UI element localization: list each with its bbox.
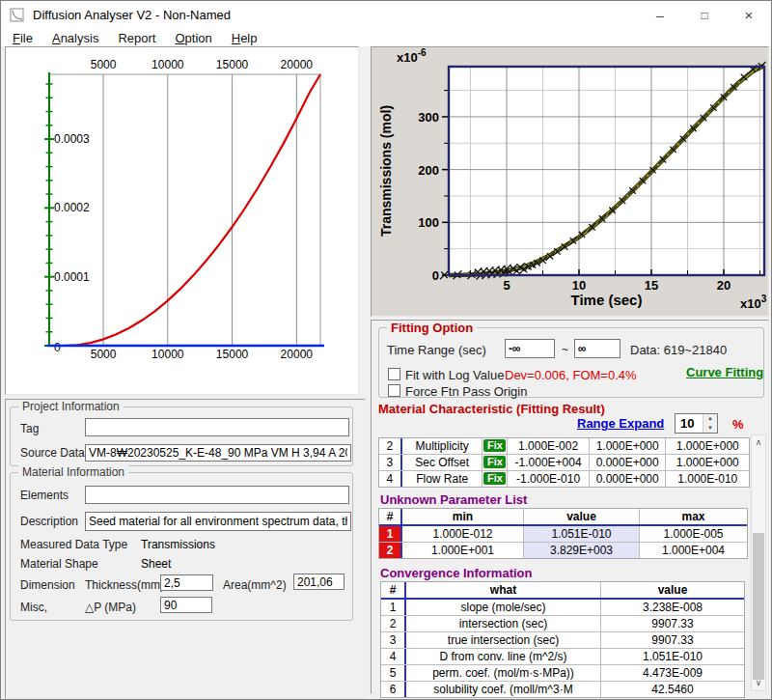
window-title: Diffusion Analyser V2 - Non-Named (33, 1, 231, 30)
source-data-label: Source Data (20, 446, 85, 460)
max-value: 1.000E-005 (640, 526, 747, 542)
spin-down-icon[interactable]: ▼ (703, 424, 717, 434)
param-value-1: -1.000E-010 (508, 471, 590, 487)
row-number: 4 (381, 649, 406, 664)
table-row: 2intersection (sec)9907.33 (381, 616, 744, 632)
table-row: 1slope (mole/sec)3.238E-008 (381, 600, 744, 616)
table-row: 3true intersection (sec)9907.33 (381, 632, 744, 649)
time-range-label: Time Range (sec) (387, 343, 486, 357)
x-tick-label-top: 20000 (281, 58, 314, 71)
menu-report[interactable]: Report (108, 31, 165, 45)
measured-curve (49, 74, 320, 346)
what-cell: perm. coef. (mol/m·s·MPa)) (406, 665, 601, 681)
spin-up-icon[interactable]: ▲ (703, 414, 717, 424)
force-origin-checkbox[interactable] (388, 384, 400, 397)
tag-input[interactable] (85, 418, 349, 436)
row-number[interactable]: 2 (379, 543, 402, 558)
fix-button[interactable]: Fix (483, 456, 506, 468)
row-number: 1 (381, 600, 406, 615)
elements-input[interactable] (85, 486, 349, 504)
what-cell: D from conv. line (m^2/s) (406, 649, 601, 664)
range-expand-spinner[interactable]: 10 ▲ ▼ (675, 413, 718, 434)
x-tick-label: 5 (503, 278, 510, 293)
table-row: 6solubility coef. (moll/m^3·M42.5460 (381, 682, 744, 697)
delta-p-label: △P (MPa) (85, 601, 136, 614)
fix-button[interactable]: Fix (483, 439, 506, 452)
x-axis-label: Time (sec) (571, 292, 643, 308)
fit-value: 3.829E+003 (524, 543, 640, 558)
y-axis-label: Transmissions (mol) (378, 105, 394, 237)
fitting-panel: Fitting Option Time Range (sec) ~ Data: … (371, 320, 769, 694)
menu-analysis[interactable]: Analysis (42, 31, 108, 45)
titlebar: Diffusion Analyser V2 - Non-Named – □ × (1, 1, 771, 30)
y-tick-label: 0 (54, 341, 61, 354)
scrollbar-track[interactable] (752, 450, 765, 676)
fix-button[interactable]: Fix (483, 472, 506, 485)
header-what: what (406, 582, 601, 598)
table-row: 4Flow RateFix-1.000E-0100.000E+0001.000E… (379, 471, 749, 487)
tag-label: Tag (20, 422, 39, 435)
range-expand-value: 10 (676, 414, 703, 433)
y-tick-label: 0.0001 (54, 270, 90, 284)
y-tick-label: 0 (432, 268, 439, 283)
table-row: 3Sec OffsetFix-1.000E+0040.000E+0001.000… (379, 455, 749, 471)
tilde-separator: ~ (562, 343, 568, 356)
info-panel: Project Information Tag Source Data Mate… (5, 399, 366, 699)
param-value-2: 1.000E+000 (590, 438, 667, 454)
menubar: FileAnalysisReportOptionHelp (1, 30, 771, 46)
vertical-scrollbar[interactable]: ∧ ∨ (751, 434, 766, 691)
unknown-parameter-table: #minvaluemax11.000E-0121.051E-0101.000E-… (378, 508, 748, 559)
row-number: 3 (379, 455, 402, 470)
menu-file[interactable]: File (1, 31, 42, 45)
header-min: min (402, 509, 524, 524)
material-shape-label: Material Shape (20, 557, 98, 571)
area-label: Area(mm^2) (223, 578, 287, 592)
scroll-up-icon[interactable]: ∧ (752, 435, 765, 450)
y-tick-label: 100 (418, 215, 439, 230)
fit-log-checkbox[interactable] (388, 368, 400, 380)
fit-value: 1.051E-010 (524, 526, 640, 542)
param-value-1: -1.000E+004 (508, 455, 590, 470)
param-value-1: 1.000E-002 (508, 438, 590, 454)
min-value: 1.000E+001 (402, 543, 524, 558)
material-characteristic-table: 2MultiplicityFix1.000E-0021.000E+0001.00… (378, 437, 750, 488)
menu-help[interactable]: Help (222, 31, 267, 45)
time-range-to-input[interactable] (574, 339, 620, 358)
value-cell: 42.5460 (601, 682, 744, 697)
table-row: 4D from conv. line (m^2/s)1.051E-010 (381, 649, 744, 665)
header-value: value (601, 582, 744, 598)
close-icon[interactable]: × (727, 1, 771, 30)
delta-p-input[interactable] (160, 597, 212, 613)
measured-data-type-value: Transmissions (141, 538, 215, 551)
data-range-label: Data: 619~21840 (630, 343, 727, 357)
time-range-from-input[interactable] (505, 339, 555, 358)
max-value: 1.000E+004 (640, 543, 747, 558)
curve-fitting-link[interactable]: Curve Fitting (686, 365, 763, 379)
fitting-chart-panel: 01002003005101520Time (sec)x103x10-6Tran… (371, 46, 769, 317)
measured-data-type-label: Measured Data Type (20, 538, 127, 551)
thickness-input[interactable] (160, 574, 213, 591)
range-expand-link[interactable]: Range Expand (577, 416, 664, 431)
minimize-icon[interactable]: – (638, 1, 682, 30)
fitting-chart: 01002003005101520Time (sec)x103x10-6Tran… (372, 47, 768, 316)
maximize-icon[interactable]: □ (682, 1, 727, 30)
description-input[interactable] (85, 512, 351, 531)
value-cell: 1.051E-010 (601, 649, 744, 664)
row-number: 4 (379, 471, 402, 487)
header-num: # (381, 582, 406, 598)
header-max: max (640, 509, 747, 524)
what-cell: slope (mole/sec) (406, 600, 601, 615)
x-tick-label-top: 10000 (152, 58, 184, 71)
y-tick-label: 0.0002 (54, 201, 90, 214)
area-input[interactable] (293, 574, 345, 590)
dimension-label: Dimension (20, 578, 75, 592)
material-shape-value: Sheet (141, 557, 171, 571)
scrollbar-thumb[interactable] (753, 533, 764, 680)
source-data-input[interactable] (85, 444, 351, 462)
unknown-parameter-list-title: Unknown Parameter List (380, 492, 527, 507)
table-row: #whatvalue (381, 582, 744, 600)
convergence-information-title: Convergence Information (380, 566, 532, 580)
menu-option[interactable]: Option (165, 31, 221, 45)
x-unit-label: x103 (740, 294, 767, 311)
row-number[interactable]: 1 (379, 526, 402, 542)
